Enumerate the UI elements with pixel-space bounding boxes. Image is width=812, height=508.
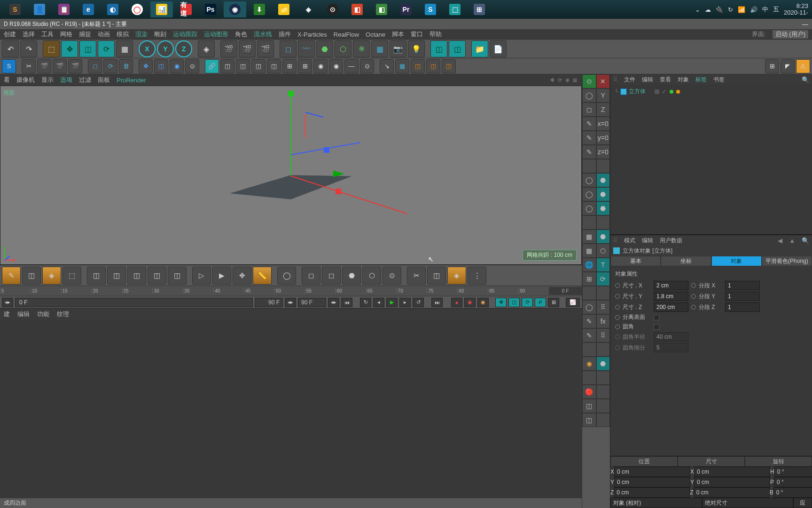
- side-tool-button[interactable]: [582, 286, 596, 300]
- render-settings[interactable]: 🎬: [257, 40, 274, 57]
- add-generator[interactable]: ⬣: [316, 40, 333, 57]
- measure-tool[interactable]: 📏: [253, 267, 272, 285]
- add-cube[interactable]: ◻: [280, 40, 297, 57]
- tool-l3[interactable]: ◫: [236, 59, 250, 73]
- add-deformer[interactable]: ※: [353, 40, 370, 57]
- tool-slate3[interactable]: 🎬: [68, 59, 82, 73]
- menu-item[interactable]: RealFlow: [334, 31, 359, 38]
- side-tool-button[interactable]: [596, 385, 610, 399]
- side-tool-button[interactable]: ⬣: [596, 187, 610, 201]
- tool-link[interactable]: 🔗: [205, 59, 219, 73]
- size-y-input[interactable]: [654, 292, 688, 301]
- nav-icon[interactable]: 🔍: [802, 237, 809, 244]
- scale-tool[interactable]: ◫: [79, 40, 96, 57]
- key-rot[interactable]: ⟳: [522, 298, 533, 307]
- grip-icon[interactable]: ⠿: [613, 76, 617, 83]
- side-tool-button[interactable]: fx: [596, 314, 610, 328]
- side-tool-button[interactable]: ⠿: [596, 328, 610, 342]
- mbtn20[interactable]: ◈: [447, 267, 466, 285]
- attrmgr-menu-item[interactable]: 用户数据: [660, 237, 682, 245]
- menu-item[interactable]: 动画: [98, 30, 110, 39]
- menu-item[interactable]: 插件: [279, 30, 291, 39]
- vp-menu-item[interactable]: ProRender: [117, 77, 146, 84]
- tool-s[interactable]: S: [2, 59, 16, 73]
- tray-ime2[interactable]: 五: [773, 5, 779, 14]
- render-picture[interactable]: 🎬: [239, 40, 256, 57]
- fcurve-button[interactable]: 📈: [566, 298, 580, 307]
- mbtn19[interactable]: ◫: [427, 267, 446, 285]
- side-tool-button[interactable]: [596, 286, 610, 300]
- side-tool-button[interactable]: T: [596, 258, 610, 272]
- render-view[interactable]: 🎬: [220, 40, 237, 57]
- side-tool-button[interactable]: [582, 215, 596, 230]
- loop2-button[interactable]: ↺: [413, 298, 424, 307]
- task-app[interactable]: 📁: [273, 1, 295, 17]
- key-pos[interactable]: ✥: [495, 298, 507, 307]
- side-tool-button[interactable]: ⬣: [596, 230, 610, 244]
- layout-selector[interactable]: 启动 (用户): [773, 30, 808, 39]
- side-tool-button[interactable]: ⬡: [596, 244, 610, 258]
- side-tool-button[interactable]: [596, 215, 610, 230]
- tool-clip[interactable]: ✂: [22, 59, 36, 73]
- task-app[interactable]: e: [77, 1, 100, 17]
- mbtn2[interactable]: ◈: [42, 267, 61, 285]
- add-generator2[interactable]: ⬡: [335, 40, 351, 57]
- tool-snap2[interactable]: ◫: [154, 59, 168, 73]
- attr-tab[interactable]: 平滑着色(Phong): [762, 256, 812, 266]
- mbtn6[interactable]: ◫: [127, 267, 146, 285]
- task-app[interactable]: 有道: [175, 1, 197, 17]
- menu-item[interactable]: 流水线: [254, 30, 272, 39]
- move-tool[interactable]: ✥: [61, 40, 78, 57]
- vp-menu-item[interactable]: 选项: [60, 76, 72, 84]
- mbtn13[interactable]: ◻: [302, 267, 320, 285]
- menu-item[interactable]: 运动跟踪: [173, 30, 197, 39]
- rot-input[interactable]: [773, 487, 812, 498]
- menu-item[interactable]: 运动图形: [204, 30, 228, 39]
- seg-x-input[interactable]: [725, 281, 760, 290]
- menu-item[interactable]: 创建: [4, 30, 16, 39]
- side-tool-button[interactable]: ◯: [582, 187, 596, 201]
- time-end-field[interactable]: 90 F: [255, 298, 283, 307]
- tool-warn[interactable]: ⚠: [796, 59, 810, 73]
- side-tool-button[interactable]: x=0: [596, 117, 610, 131]
- layer-tag-icon[interactable]: [654, 89, 660, 95]
- tool-l4[interactable]: ◫: [251, 59, 265, 73]
- tray-usb-icon[interactable]: 🔌: [716, 6, 723, 13]
- tray-volume-icon[interactable]: 🔊: [750, 6, 757, 13]
- time-cur-field[interactable]: 90 F: [298, 298, 326, 307]
- redo-button[interactable]: ↷: [20, 40, 37, 57]
- task-app[interactable]: ◐: [102, 1, 124, 17]
- tree-item-cube[interactable]: └ 立方体 ✓: [614, 87, 808, 95]
- side-tool-button[interactable]: ◯: [582, 300, 596, 314]
- side-tool-button[interactable]: ⟳: [596, 272, 610, 286]
- side-tool-button[interactable]: y=0: [596, 131, 610, 145]
- tray-wifi-icon[interactable]: 📶: [738, 6, 745, 13]
- menu-item[interactable]: 帮助: [429, 30, 442, 39]
- side-tool-button[interactable]: 🌐: [582, 258, 596, 272]
- mbtn9[interactable]: ▷: [192, 267, 211, 285]
- task-app[interactable]: ◯: [126, 1, 148, 17]
- tool-cube[interactable]: ◻: [88, 59, 102, 73]
- make-editable[interactable]: ✎: [2, 267, 21, 285]
- side-tool-button[interactable]: ◫: [582, 399, 596, 413]
- side-tool-button[interactable]: ▦: [582, 230, 596, 244]
- side-tool-button[interactable]: z=0: [596, 145, 610, 159]
- menu-item[interactable]: 雕刻: [154, 30, 166, 39]
- side-tool-button[interactable]: ◯: [582, 173, 596, 187]
- attrmgr-menu-item[interactable]: 编辑: [642, 237, 653, 245]
- mbtn12[interactable]: ◯: [277, 267, 296, 285]
- add-camera[interactable]: 📷: [390, 40, 406, 57]
- attr-tab[interactable]: 坐标: [661, 256, 711, 266]
- side-tool-button[interactable]: ⊞: [582, 272, 596, 286]
- size-input[interactable]: [694, 487, 770, 498]
- side-tool-button[interactable]: ✎: [582, 117, 596, 131]
- tray-chevron-icon[interactable]: ⌄: [695, 6, 700, 13]
- menu-item[interactable]: 窗口: [411, 30, 423, 39]
- grip-icon[interactable]: ⠿: [613, 237, 617, 244]
- mbtn3[interactable]: ⬚: [62, 267, 81, 285]
- tool-l11[interactable]: ⊙: [360, 59, 374, 73]
- attrmgr-menu-item[interactable]: 模式: [624, 237, 635, 245]
- side-tool-button[interactable]: Z: [596, 103, 610, 117]
- pos-input[interactable]: [614, 477, 690, 487]
- goto-start[interactable]: ⏮: [341, 298, 352, 307]
